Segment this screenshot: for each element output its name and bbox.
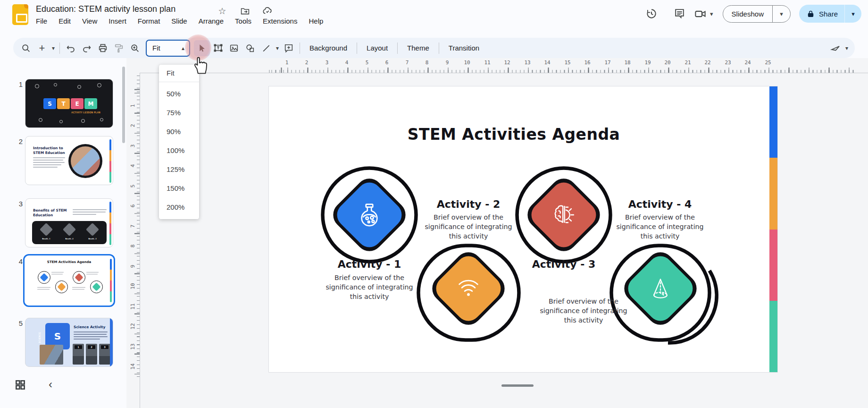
grid-view-icon[interactable] bbox=[14, 379, 28, 393]
menu-file[interactable]: File bbox=[30, 16, 53, 26]
paint-format-icon[interactable] bbox=[111, 40, 127, 56]
activity-3-label[interactable]: Activity - 3 bbox=[512, 258, 616, 270]
search-menus-icon[interactable] bbox=[18, 40, 34, 56]
menu-help[interactable]: Help bbox=[303, 16, 329, 26]
menu-tools[interactable]: Tools bbox=[229, 16, 257, 26]
slide-thumbnail-5[interactable]: SCIENCE S Science Activity 1 2 3 bbox=[25, 318, 113, 367]
menu-view[interactable]: View bbox=[76, 16, 103, 26]
pen-tool-icon[interactable] bbox=[827, 40, 843, 56]
slide-editor[interactable]: STEM Activities Agenda bbox=[268, 86, 778, 373]
text-line bbox=[74, 334, 107, 335]
background-button[interactable]: Background bbox=[303, 44, 354, 52]
horizontal-scrollbar[interactable] bbox=[501, 384, 534, 387]
menu-extensions[interactable]: Extensions bbox=[257, 16, 303, 26]
activity-1-diamond[interactable] bbox=[343, 188, 396, 241]
print-icon[interactable] bbox=[95, 40, 111, 56]
pen-tool-caret-icon[interactable]: ▾ bbox=[843, 45, 850, 51]
insert-line-icon[interactable] bbox=[258, 40, 274, 56]
activity-2-diamond[interactable] bbox=[442, 262, 495, 315]
stripe-pink bbox=[769, 230, 777, 301]
insert-image-icon[interactable] bbox=[226, 40, 242, 56]
star-icon[interactable]: ☆ bbox=[217, 6, 227, 16]
undo-icon[interactable] bbox=[63, 40, 79, 56]
text-line bbox=[33, 164, 61, 165]
activity-4-label[interactable]: Activity - 4 bbox=[608, 198, 712, 210]
collapse-filmstrip-icon[interactable]: ‹ bbox=[44, 378, 57, 392]
slide-thumbnail-3[interactable]: Benefits of STEM Education Benefit - 1 B… bbox=[25, 198, 113, 247]
thumb3-color-stripe bbox=[109, 202, 111, 245]
slide-number-4: 4 bbox=[14, 257, 23, 265]
text-box-icon[interactable] bbox=[210, 40, 226, 56]
cloud-status-icon[interactable] bbox=[262, 6, 273, 16]
slide-thumbnail-1[interactable]: S T E M ACTIVITY LESSON PLAN bbox=[25, 79, 113, 128]
activity-4-diamond[interactable] bbox=[634, 262, 687, 315]
activity-2-description[interactable]: Brief overview of the significance of in… bbox=[418, 213, 519, 241]
cone-icon bbox=[647, 275, 674, 302]
line-caret-icon[interactable]: ▾ bbox=[274, 45, 281, 51]
thumb4-title: STEM Activities Agenda bbox=[25, 260, 113, 264]
zoom-option-200[interactable]: 200% bbox=[159, 197, 199, 216]
zoom-option-75[interactable]: 75% bbox=[159, 103, 199, 122]
menu-format[interactable]: Format bbox=[132, 16, 166, 26]
menu-insert[interactable]: Insert bbox=[103, 16, 132, 26]
activity-1-label[interactable]: Activity - 1 bbox=[317, 258, 421, 270]
doodle bbox=[39, 118, 42, 122]
stripe-orange bbox=[769, 158, 777, 229]
slides-logo-icon[interactable] bbox=[12, 4, 28, 25]
zoom-option-50[interactable]: 50% bbox=[159, 84, 199, 103]
version-history-icon[interactable] bbox=[645, 8, 658, 20]
zoom-icon[interactable] bbox=[127, 40, 143, 56]
text-line bbox=[33, 160, 63, 161]
meet-caret-icon[interactable]: ▾ bbox=[710, 10, 713, 17]
doodle bbox=[100, 118, 103, 121]
activity-3-diamond[interactable] bbox=[537, 188, 590, 241]
menu-arrange[interactable]: Arrange bbox=[193, 16, 229, 26]
toolbar: + ▾ Fit ▴ bbox=[13, 38, 855, 58]
insert-comment-icon[interactable] bbox=[281, 40, 297, 56]
slide-thumbnail-2[interactable]: Introduction to STEM Education bbox=[25, 136, 113, 185]
comments-icon[interactable] bbox=[674, 8, 686, 20]
zoom-level-select[interactable]: Fit ▴ bbox=[146, 40, 190, 57]
move-folder-icon[interactable] bbox=[240, 6, 250, 16]
share-button[interactable]: Share ▾ bbox=[799, 5, 861, 23]
thumb5-step-photo: 3 bbox=[99, 344, 110, 365]
transition-button[interactable]: Transition bbox=[442, 44, 486, 52]
share-options-caret[interactable]: ▾ bbox=[844, 5, 861, 23]
ruler-baseline-vertical bbox=[140, 73, 140, 408]
thumb5-step-photo: 1 bbox=[73, 344, 84, 365]
activity-3-description[interactable]: Brief overview of the significance of in… bbox=[533, 297, 634, 325]
insert-shape-icon[interactable] bbox=[242, 40, 258, 56]
meet-button[interactable]: ▾ bbox=[694, 8, 713, 20]
slide-thumbnail-4-selected[interactable]: STEM Activities Agenda bbox=[23, 254, 115, 307]
menu-divider bbox=[159, 82, 199, 82]
zoom-option-150[interactable]: 150% bbox=[159, 178, 199, 197]
select-tool-icon[interactable] bbox=[194, 40, 210, 56]
document-title[interactable]: Education: STEM activity lesson plan bbox=[36, 4, 175, 14]
step-number: 1 bbox=[75, 345, 82, 349]
new-slide-icon[interactable]: + bbox=[34, 40, 50, 56]
activity-1-description[interactable]: Brief overview of the significance of in… bbox=[319, 273, 420, 302]
zoom-option-fit[interactable]: Fit bbox=[159, 65, 199, 81]
google-slides-app: Education: STEM activity lesson plan ☆ F… bbox=[0, 0, 868, 408]
vertical-ruler-major-ticks bbox=[134, 76, 140, 380]
puzzle-letter-t: T bbox=[57, 98, 70, 109]
slideshow-button[interactable]: Slideshow ▾ bbox=[723, 5, 791, 23]
redo-icon[interactable] bbox=[79, 40, 95, 56]
new-slide-caret-icon[interactable]: ▾ bbox=[50, 45, 57, 51]
doodle bbox=[35, 84, 39, 88]
slideshow-options-caret[interactable]: ▾ bbox=[772, 6, 790, 22]
menu-slide[interactable]: Slide bbox=[166, 16, 192, 26]
share-label: Share bbox=[819, 10, 838, 18]
activity-4-description[interactable]: Brief overview of the significance of in… bbox=[609, 213, 710, 241]
theme-button[interactable]: Theme bbox=[401, 44, 436, 52]
text-line bbox=[33, 167, 58, 168]
zoom-option-100[interactable]: 100% bbox=[159, 141, 199, 160]
layout-button[interactable]: Layout bbox=[360, 44, 394, 52]
filmstrip-scrollbar[interactable] bbox=[122, 67, 125, 143]
menu-edit[interactable]: Edit bbox=[53, 16, 76, 26]
zoom-option-90[interactable]: 90% bbox=[159, 122, 199, 141]
zoom-option-125[interactable]: 125% bbox=[159, 160, 199, 178]
text-line bbox=[51, 274, 63, 274]
activity-2-label[interactable]: Activity - 2 bbox=[417, 198, 520, 210]
benefit-photo bbox=[40, 223, 53, 236]
